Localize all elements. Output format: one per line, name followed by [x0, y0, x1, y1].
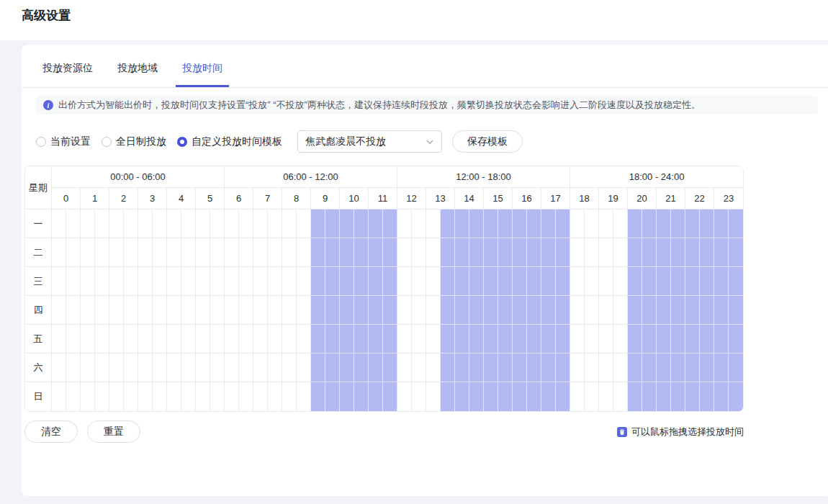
- time-cell[interactable]: [628, 325, 642, 354]
- time-cell[interactable]: [268, 267, 282, 296]
- time-cell[interactable]: [340, 267, 354, 296]
- time-cell[interactable]: [325, 267, 340, 296]
- time-cell[interactable]: [469, 354, 484, 382]
- time-cell[interactable]: [340, 238, 354, 267]
- time-cell[interactable]: [613, 354, 628, 382]
- radio-自定义投放时间模板[interactable]: 自定义投放时间模板: [177, 135, 282, 148]
- time-cell[interactable]: [469, 325, 484, 354]
- time-cell[interactable]: [498, 354, 513, 382]
- time-cell[interactable]: [484, 296, 498, 325]
- time-cell[interactable]: [484, 267, 498, 296]
- time-cell[interactable]: [124, 354, 138, 382]
- time-cell[interactable]: [138, 210, 153, 238]
- time-cell[interactable]: [181, 296, 196, 325]
- time-cell[interactable]: [253, 325, 268, 354]
- time-cell[interactable]: [253, 267, 268, 296]
- time-cell[interactable]: [469, 382, 484, 411]
- time-cell[interactable]: [167, 296, 181, 325]
- time-cell[interactable]: [95, 325, 109, 354]
- time-cell[interactable]: [455, 382, 469, 411]
- time-cell[interactable]: [714, 210, 729, 238]
- time-cell[interactable]: [628, 354, 642, 382]
- time-cell[interactable]: [642, 238, 657, 267]
- time-cell[interactable]: [95, 354, 109, 382]
- time-cell[interactable]: [253, 238, 268, 267]
- time-cell[interactable]: [81, 267, 95, 296]
- time-cell[interactable]: [153, 267, 167, 296]
- time-cell[interactable]: [369, 210, 383, 238]
- time-cell[interactable]: [585, 210, 599, 238]
- time-cell[interactable]: [210, 296, 225, 325]
- time-cell[interactable]: [210, 325, 225, 354]
- time-cell[interactable]: [268, 325, 282, 354]
- time-cell[interactable]: [66, 325, 81, 354]
- time-cell[interactable]: [383, 354, 397, 382]
- time-cell[interactable]: [354, 325, 369, 354]
- time-cell[interactable]: [196, 267, 210, 296]
- time-cell[interactable]: [671, 210, 685, 238]
- time-cell[interactable]: [297, 354, 311, 382]
- time-cell[interactable]: [671, 354, 685, 382]
- time-cell[interactable]: [109, 325, 124, 354]
- time-cell[interactable]: [613, 325, 628, 354]
- time-cell[interactable]: [282, 296, 297, 325]
- time-cell[interactable]: [109, 354, 124, 382]
- time-cell[interactable]: [239, 325, 253, 354]
- time-cell[interactable]: [455, 210, 469, 238]
- time-cell[interactable]: [484, 354, 498, 382]
- time-cell[interactable]: [325, 325, 340, 354]
- time-cell[interactable]: [527, 267, 541, 296]
- time-cell[interactable]: [95, 296, 109, 325]
- time-cell[interactable]: [268, 382, 282, 411]
- time-cell[interactable]: [181, 325, 196, 354]
- time-cell[interactable]: [527, 238, 541, 267]
- time-cell[interactable]: [52, 267, 66, 296]
- time-cell[interactable]: [383, 296, 397, 325]
- time-cell[interactable]: [52, 238, 66, 267]
- time-cell[interactable]: [282, 382, 297, 411]
- time-cell[interactable]: [599, 325, 613, 354]
- time-cell[interactable]: [297, 296, 311, 325]
- time-cell[interactable]: [239, 354, 253, 382]
- time-cell[interactable]: [138, 382, 153, 411]
- time-cell[interactable]: [700, 325, 714, 354]
- time-cell[interactable]: [556, 238, 570, 267]
- template-select[interactable]: 焦武彪凌晨不投放: [297, 130, 442, 153]
- time-cell[interactable]: [426, 238, 441, 267]
- time-cell[interactable]: [383, 238, 397, 267]
- time-cell[interactable]: [498, 296, 513, 325]
- time-cell[interactable]: [469, 238, 484, 267]
- time-cell[interactable]: [570, 210, 585, 238]
- time-cell[interactable]: [599, 354, 613, 382]
- time-cell[interactable]: [109, 238, 124, 267]
- time-cell[interactable]: [441, 382, 455, 411]
- time-cell[interactable]: [441, 325, 455, 354]
- time-cell[interactable]: [412, 238, 426, 267]
- time-cell[interactable]: [585, 267, 599, 296]
- time-cell[interactable]: [541, 267, 556, 296]
- time-cell[interactable]: [225, 325, 239, 354]
- time-cell[interactable]: [153, 238, 167, 267]
- time-cell[interactable]: [196, 296, 210, 325]
- time-cell[interactable]: [167, 382, 181, 411]
- time-cell[interactable]: [181, 382, 196, 411]
- time-cell[interactable]: [700, 296, 714, 325]
- time-cell[interactable]: [66, 267, 81, 296]
- time-cell[interactable]: [210, 210, 225, 238]
- time-cell[interactable]: [700, 238, 714, 267]
- time-cell[interactable]: [585, 238, 599, 267]
- time-cell[interactable]: [268, 210, 282, 238]
- time-cell[interactable]: [383, 267, 397, 296]
- time-cell[interactable]: [599, 267, 613, 296]
- time-cell[interactable]: [268, 354, 282, 382]
- time-cell[interactable]: [426, 296, 441, 325]
- time-cell[interactable]: [369, 325, 383, 354]
- tab-投放时间[interactable]: 投放时间: [176, 62, 229, 87]
- time-cell[interactable]: [700, 354, 714, 382]
- time-cell[interactable]: [527, 382, 541, 411]
- time-cell[interactable]: [541, 325, 556, 354]
- time-cell[interactable]: [167, 267, 181, 296]
- time-cell[interactable]: [225, 238, 239, 267]
- time-cell[interactable]: [412, 382, 426, 411]
- time-cell[interactable]: [455, 354, 469, 382]
